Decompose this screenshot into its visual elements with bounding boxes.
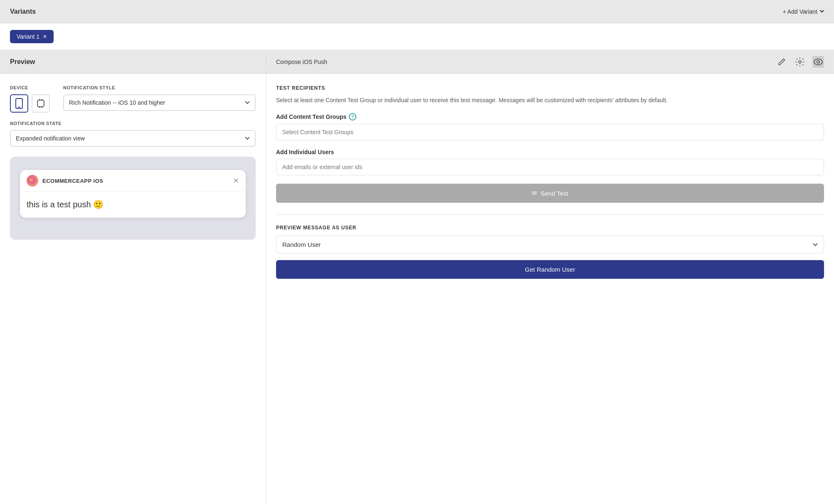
svg-point-2 — [817, 61, 819, 63]
preview-section-header: Preview — [0, 58, 266, 66]
send-test-label: Send Test — [540, 190, 568, 197]
page-title: Variants — [10, 8, 36, 15]
add-variant-button[interactable]: + Add Variant — [783, 8, 824, 15]
gear-icon[interactable] — [794, 56, 806, 68]
preview-as-user-section: PREVIEW MESSAGE AS USER Random User Get … — [276, 225, 824, 279]
random-user-select[interactable]: Random User — [276, 236, 824, 253]
notification-app-info: ECOMMERCEAPP IOS — [27, 175, 103, 187]
app-name: ECOMMERCEAPP IOS — [42, 178, 103, 184]
notification-header: ECOMMERCEAPP IOS ✕ — [20, 170, 246, 192]
device-style-row: DEVICE NOTIFICATION STYLE Rich Notificat… — [10, 85, 256, 113]
phone-device-button[interactable] — [10, 94, 28, 113]
device-icons — [10, 94, 50, 113]
content-test-groups-label: Add Content Test Groups ? — [276, 113, 824, 120]
svg-point-11 — [30, 178, 33, 182]
svg-rect-5 — [37, 100, 44, 107]
test-recipients-description: Select at least one Content Test Group o… — [276, 96, 824, 105]
app-logo-icon — [28, 177, 37, 185]
random-user-select-wrap: Random User — [276, 236, 824, 253]
compose-section-header: Compose iOS Push — [266, 56, 834, 68]
compose-panel: TEST RECIPIENTS Select at least one Cont… — [266, 74, 834, 504]
notification-message: this is a test push 🙂 — [27, 199, 239, 209]
notification-state-section: NOTIFICATION STATE Expanded notification… — [10, 121, 256, 147]
compose-section-title: Compose iOS Push — [276, 59, 327, 65]
variant-1-label: Variant 1 — [17, 33, 39, 40]
svg-point-0 — [799, 61, 801, 63]
individual-users-label: Add Individual Users — [276, 149, 824, 155]
variant-tabs-row: Variant 1 ✕ — [0, 23, 834, 50]
watch-device-button[interactable] — [32, 94, 50, 113]
device-section: DEVICE — [10, 85, 50, 113]
preview-as-user-title: PREVIEW MESSAGE AS USER — [276, 225, 824, 231]
get-random-user-label: Get Random User — [525, 266, 575, 273]
header-icons — [776, 56, 824, 68]
notification-style-label: NOTIFICATION STYLE — [63, 85, 256, 90]
variant-1-tab[interactable]: Variant 1 ✕ — [10, 30, 54, 43]
phone-icon — [15, 98, 23, 109]
top-bar: Variants + Add Variant — [0, 0, 834, 23]
watch-icon — [36, 98, 45, 109]
notification-body: this is a test push 🙂 — [20, 192, 246, 218]
get-random-user-button[interactable]: Get Random User — [276, 260, 824, 279]
svg-point-1 — [814, 59, 822, 65]
section-header: Preview Compose iOS Push — [0, 50, 834, 74]
divider — [276, 214, 824, 215]
variant-1-close-icon[interactable]: ✕ — [43, 34, 47, 39]
content-test-groups-help-icon[interactable]: ? — [349, 113, 356, 120]
send-test-icon: ✉ — [532, 189, 537, 197]
individual-users-input[interactable] — [276, 159, 824, 175]
preview-panel: DEVICE NOTIFICATION STYLE Rich Notificat… — [0, 74, 266, 504]
chevron-down-icon — [820, 10, 824, 13]
device-label: DEVICE — [10, 85, 50, 90]
test-recipients-title: TEST RECIPIENTS — [276, 85, 824, 91]
notification-close-button[interactable]: ✕ — [233, 176, 239, 185]
notification-style-section: NOTIFICATION STYLE Rich Notification -- … — [63, 85, 256, 111]
main-content: DEVICE NOTIFICATION STYLE Rich Notificat… — [0, 74, 834, 504]
notification-style-select[interactable]: Rich Notification -- iOS 10 and higher — [63, 94, 256, 111]
edit-icon[interactable] — [776, 56, 787, 68]
eye-icon[interactable] — [812, 56, 824, 68]
app-icon — [27, 175, 38, 187]
notification-state-select[interactable]: Expanded notification view — [10, 130, 256, 147]
content-test-groups-input[interactable] — [276, 124, 824, 140]
notification-card: ECOMMERCEAPP IOS ✕ this is a test push 🙂 — [20, 170, 246, 218]
notification-state-label: NOTIFICATION STATE — [10, 121, 256, 126]
phone-preview-area: ECOMMERCEAPP IOS ✕ this is a test push 🙂 — [10, 157, 256, 240]
send-test-button[interactable]: ✉ Send Test — [276, 184, 824, 203]
